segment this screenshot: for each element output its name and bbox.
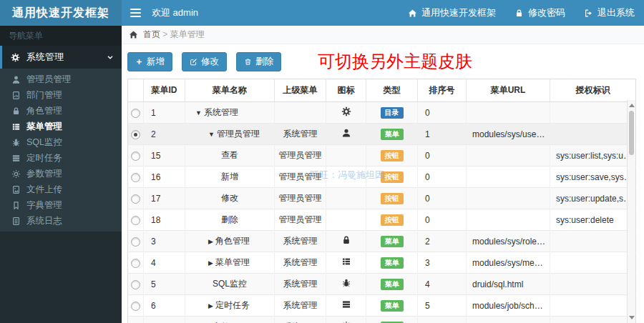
row-radio[interactable] [131,216,140,225]
cell-menu-url [467,102,550,124]
sidebar-item-1[interactable]: 部门管理 [0,87,122,103]
nav-home-label: 通用快速开发框架 [421,6,496,19]
row-radio[interactable] [131,280,140,289]
breadcrumb-items: 首页 > 菜单管理 [143,29,205,41]
edit-icon [190,58,197,66]
menu-tasks-icon [341,299,351,309]
scroll-down-icon[interactable] [629,316,635,319]
cell-menu-url: modules/sys/menu.h... [467,252,550,274]
table-row[interactable]: 16新增管理员管理按钮0sys:user:save,sys:... [128,167,636,188]
cell-menu-url [467,188,550,209]
table-row[interactable]: 15查看管理员管理按钮0sys:user:list,sys:us... [128,145,636,167]
sidebar-toggle-icon[interactable] [122,0,149,26]
table-row[interactable]: 6▶定时任务系统管理菜单5modules/job/schedu... [128,295,636,317]
cell-menu-url [467,145,550,167]
table-row[interactable]: 5SQL监控系统管理菜单4druid/sql.html [128,274,636,295]
column-header-4[interactable]: 类型 [366,79,418,102]
nav-logout[interactable]: 退出系统 [575,0,644,26]
thlist-icon [11,122,21,131]
delete-button[interactable]: 删除 [236,52,281,71]
sidebar-item-system-management[interactable]: 系统管理 [0,46,122,69]
table-row[interactable]: 17修改管理员管理按钮0sys:user:update,sy... [128,188,636,209]
sun-icon [11,169,21,179]
scroll-up-icon[interactable] [629,104,635,107]
nav-home[interactable]: 通用快速开发框架 [399,0,505,26]
filechart-icon [11,91,21,100]
column-header-1[interactable]: 菜单名称 [185,79,275,102]
cell-sort-number: 3 [418,252,467,274]
sidebar-item-8[interactable]: 字典管理 [0,197,122,213]
column-header-6[interactable]: 菜单URL [467,79,550,102]
row-radio[interactable] [131,109,140,118]
cell-menu-id: 17 [144,188,185,209]
type-badge: 按钮 [381,214,404,226]
sidebar-item-9[interactable]: 系统日志 [0,213,122,229]
sidebar-item-label: 角色管理 [26,105,62,117]
sidebar-item-7[interactable]: 文件上传 [0,182,122,197]
trash-icon [244,58,252,66]
home-icon [408,9,417,18]
menu-lock-icon [341,235,351,245]
cell-parent-menu: 系统管理 [275,124,326,145]
cell-icon [326,124,366,145]
breadcrumb-item-0[interactable]: 首页 [143,29,160,39]
cell-parent-menu: 系统管理 [275,274,326,295]
tree-expand-icon[interactable]: ▶ [208,259,213,267]
cell-auth-identifier [550,295,636,317]
table-row[interactable]: 18删除管理员管理按钮0sys:user:delete [128,209,636,231]
sidebar-item-5[interactable]: 定时任务 [0,150,122,166]
cell-parent-menu: 管理员管理 [275,167,326,188]
sidebar-item-4[interactable]: SQL监控 [0,134,122,150]
navbar-links: 通用快速开发框架修改密码退出系统 [399,0,644,26]
app-logo[interactable]: 通用快速开发框架 [0,0,122,26]
delete-button-label: 删除 [255,56,273,68]
cell-sort-number: 5 [418,295,467,317]
sidebar-item-2[interactable]: 角色管理 [0,103,122,119]
table-row[interactable]: 4▶菜单管理系统管理菜单3modules/sys/menu.h... [128,252,636,274]
main-area: 首页 > 菜单管理 新增 修改 删除 可切换另外主 [122,26,644,323]
row-radio[interactable] [131,151,140,161]
type-badge: 菜单 [381,257,404,269]
cell-parent-menu: 系统管理 [275,295,326,317]
row-radio[interactable] [131,130,140,139]
row-radio[interactable] [131,194,140,204]
column-header-0[interactable]: 菜单ID [144,79,185,102]
table-scrollbar[interactable] [627,100,635,323]
top-navbar: 通用快速开发框架 欢迎 admin 通用快速开发框架修改密码退出系统 [0,0,644,26]
scrollbar-thumb[interactable] [629,111,634,155]
row-radio[interactable] [131,259,140,268]
sidebar-item-0[interactable]: 管理员管理 [0,71,122,87]
filetext-icon [11,217,21,226]
edit-button[interactable]: 修改 [182,52,227,71]
cell-auth-identifier: sys:user:delete [550,209,636,231]
cell-parent-menu: 管理员管理 [275,209,326,231]
row-radio[interactable] [131,237,140,247]
cell-icon [326,252,366,274]
chevron-down-icon [106,53,114,61]
cell-menu-name: 管理员管理 [217,129,260,139]
tree-expand-icon[interactable]: ▶ [208,238,213,245]
table-row[interactable]: 2▼管理员管理系统管理菜单1modules/sys/user.html [128,124,636,145]
tree-expand-icon[interactable]: ▶ [208,302,213,309]
column-header-5[interactable]: 排序号 [418,79,467,102]
header-radio-column [128,79,144,102]
sidebar-parent-label: 系统管理 [26,51,64,64]
column-header-7[interactable]: 授权标识 [550,79,636,102]
sidebar-item-6[interactable]: 参数管理 [0,166,122,182]
tree-collapse-icon[interactable]: ▼ [195,109,202,116]
table-row[interactable]: 1▼系统管理目录0 [128,102,636,124]
table-row[interactable]: 3▶角色管理系统管理菜单2modules/sys/role.html [128,231,636,252]
column-header-3[interactable]: 图标 [326,79,366,102]
add-button[interactable]: 新增 [127,52,172,71]
row-radio[interactable] [131,173,140,182]
cell-sort-number: 6 [418,317,467,323]
table-row[interactable]: 27参数管理系统管理菜单6modules/sys/config...sys:co… [128,317,636,323]
row-radio[interactable] [131,302,140,311]
nav-change-password[interactable]: 修改密码 [505,0,575,26]
cell-menu-url: modules/job/schedu... [467,295,550,317]
sidebar: 导航菜单 系统管理 管理员管理部门管理角色管理菜单管理SQL监控定时任务参数管理… [0,26,122,323]
sidebar-item-3[interactable]: 菜单管理 [0,119,122,134]
column-header-2[interactable]: 上级菜单 [275,79,326,102]
tree-collapse-icon[interactable]: ▼ [208,131,215,138]
cell-menu-url: druid/sql.html [467,274,550,295]
